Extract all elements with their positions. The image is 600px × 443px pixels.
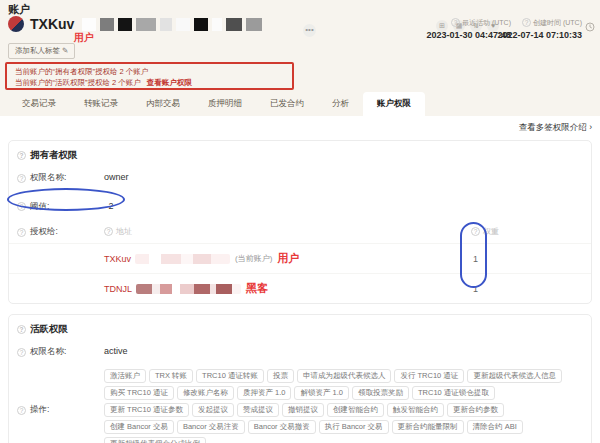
annotation-hacker: 黑客 <box>246 281 268 296</box>
tab-bar: 交易记录 转账记录 内部交易 质押明细 已发合约 分析 账户权限 <box>0 95 600 116</box>
operation-tag: 激活账户 <box>104 369 146 383</box>
created-time-stat: ? 创建时间 (UTC) 2022-07-14 07:10:33 <box>497 18 582 40</box>
operation-tag: 解锁资产 1.0 <box>294 386 349 400</box>
threshold-value: 2 <box>108 201 113 211</box>
permission-name-label: 权限名称: <box>30 172 66 184</box>
weight-column-header: 权重 <box>483 226 499 237</box>
permission-name-value: owner <box>104 172 129 184</box>
help-icon[interactable]: ? <box>451 18 460 27</box>
operation-tag: 赞成提议 <box>237 403 279 417</box>
current-account-note: (当前账户) <box>235 253 272 264</box>
view-account-permission-link[interactable]: 查看账户权限 <box>147 78 192 87</box>
operation-tag: 发行 TRC10 通证 <box>394 369 464 383</box>
operation-tag: 清除合约 ABI <box>467 420 523 434</box>
operation-tag: 购买 TRC10 通证 <box>104 386 174 400</box>
account-header: TXKuv <box>8 16 262 32</box>
operation-tag: Bancor 交易撤资 <box>248 420 316 434</box>
tab-account-permissions[interactable]: 账户权限 <box>363 92 425 116</box>
permission-name-value: active <box>104 346 128 358</box>
operation-tag: 更新超级代表佣金分成比例 <box>104 437 206 443</box>
add-private-label-button[interactable]: 添加私人标签 ✎ <box>8 43 75 59</box>
page-title: 账户 <box>8 2 30 17</box>
authorized-address-row: TDNJL 黑客 1 <box>9 273 591 303</box>
warning-line-1: 当前账户的“拥有者权限”授权给 2 个账户 <box>15 67 148 76</box>
permission-name-label: 权限名称: <box>30 346 66 358</box>
operations-label: 操作: <box>30 404 49 416</box>
account-avatar <box>8 16 24 32</box>
operation-tag: 更新合约参数 <box>447 403 504 417</box>
clock-icon[interactable] <box>585 18 595 36</box>
permission-warning-box: 当前账户的“拥有者权限”授权给 2 个账户 当前账户的“活跃权限”授权给 2 个… <box>5 62 294 90</box>
help-icon[interactable]: ? <box>104 227 113 236</box>
weight-value: 1 <box>473 254 478 264</box>
operation-tag: 撤销提议 <box>282 403 324 417</box>
operation-tag: 更新超级代表候选人信息 <box>467 369 562 383</box>
help-icon[interactable]: ? <box>17 151 26 160</box>
owner-permission-card: ?拥有者权限 ?权限名称: owner ?阈值: 2 ?授权给: ?地址 ?权重 <box>8 140 592 304</box>
help-icon[interactable]: ? <box>17 174 26 183</box>
help-icon[interactable]: ? <box>522 18 531 27</box>
help-icon[interactable]: ? <box>471 227 480 236</box>
created-time-label: 创建时间 (UTC) <box>533 19 582 26</box>
operation-tag: 申请成为超级代表候选人 <box>297 369 392 383</box>
multisig-intro-link[interactable]: 查看多签权限介绍 › <box>8 120 592 140</box>
weight-value: 1 <box>473 284 478 294</box>
help-icon[interactable]: ? <box>17 325 26 334</box>
threshold-label: 阈值: <box>30 201 49 213</box>
active-permission-title: 活跃权限 <box>30 323 68 336</box>
help-icon[interactable]: ? <box>17 348 26 357</box>
redacted-address <box>136 284 241 294</box>
owner-authorize-table: ?授权给: ?地址 ?权重 TXKuv (当前账户) 用户 1 TDNJL 黑客… <box>9 224 591 303</box>
annotation-user: 用户 <box>277 251 299 266</box>
address-link[interactable]: TXKuv <box>104 254 131 264</box>
address-link[interactable]: TDNJL <box>104 284 132 294</box>
operation-tag: 执行 Bancor 交易 <box>319 420 389 434</box>
operation-tag: 领取投票奖励 <box>352 386 409 400</box>
active-permission-card: ?活跃权限 ?权限名称: active ?操作: 激活账户TRX 转账TRC10… <box>8 314 592 443</box>
redacted-address <box>82 18 262 31</box>
help-icon[interactable]: ? <box>17 202 26 211</box>
operation-tag: TRC10 通证转账 <box>196 369 264 383</box>
warning-line-2: 当前账户的“活跃权限”授权给 2 个账户 <box>15 78 141 87</box>
tab-transfers[interactable]: 转账记录 <box>70 92 132 116</box>
tab-issued-contracts[interactable]: 已发合约 <box>256 92 318 116</box>
operations-tag-list: 激活账户TRX 转账TRC10 通证转账投票申请成为超级代表候选人发行 TRC1… <box>104 369 574 443</box>
operation-tag: 触发智能合约 <box>387 403 444 417</box>
operation-tag: 更新 TRC10 通证参数 <box>104 403 189 417</box>
operation-tag: TRX 转账 <box>149 369 193 383</box>
authorized-address-row: TXKuv (当前账户) 用户 1 <box>9 243 591 273</box>
account-page: 账户 TXKuv 用户 ••• ⊞ ▦ ⇅ ♥ ? 最近活动 (UTC) 202… <box>0 0 600 443</box>
help-icon[interactable]: ? <box>17 406 26 415</box>
help-icon[interactable]: ? <box>17 228 26 237</box>
address-column-header: 地址 <box>116 226 132 237</box>
operation-tag: 投票 <box>267 369 294 383</box>
tab-internal-transactions[interactable]: 内部交易 <box>132 92 194 116</box>
tab-content: 查看多签权限介绍 › ?拥有者权限 ?权限名称: owner ?阈值: 2 ?授… <box>0 116 600 443</box>
tab-transactions[interactable]: 交易记录 <box>8 92 70 116</box>
tab-analysis[interactable]: 分析 <box>318 92 363 116</box>
owner-permission-title: 拥有者权限 <box>30 149 78 162</box>
account-name: TXKuv <box>30 16 74 32</box>
operation-tag: 修改账户名称 <box>177 386 234 400</box>
operation-tag: 创建 Bancor 交易 <box>104 420 174 434</box>
redacted-address <box>135 254 230 264</box>
operation-tag: TRC10 通证锁仓提取 <box>412 386 495 400</box>
annotation-user-header: 用户 <box>74 31 94 45</box>
operation-tag: 质押资产 1.0 <box>237 386 292 400</box>
grant-label: 授权给: <box>30 226 58 238</box>
tab-stake-details[interactable]: 质押明细 <box>194 92 256 116</box>
more-icon[interactable]: ••• <box>303 24 316 37</box>
operation-tag: 创建智能合约 <box>327 403 384 417</box>
operation-tag: 更新合约能量限制 <box>392 420 464 434</box>
created-time-value: 2022-07-14 07:10:33 <box>497 30 582 40</box>
operation-tag: 发起提议 <box>192 403 234 417</box>
operation-tag: Bancor 交易注资 <box>177 420 245 434</box>
